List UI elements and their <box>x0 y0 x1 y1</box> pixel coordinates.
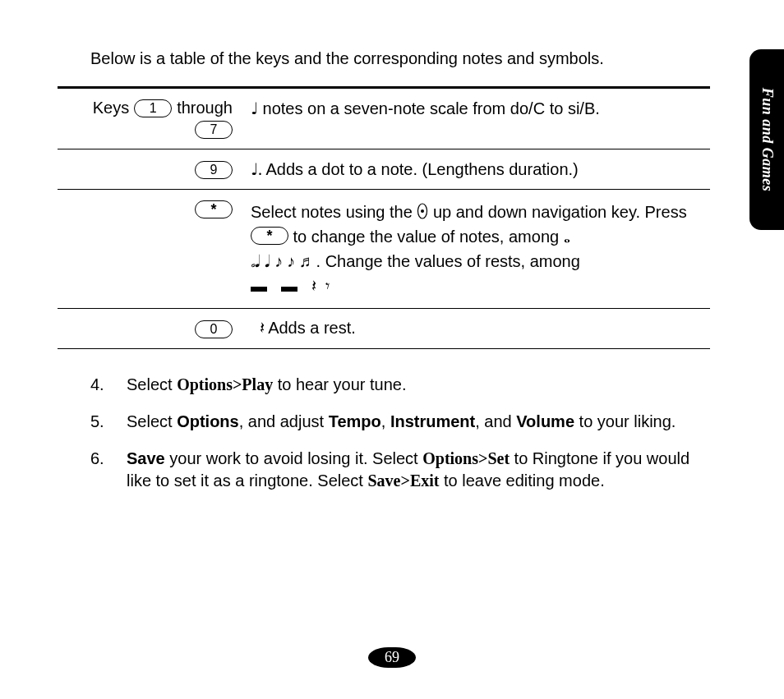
keys-label: Keys <box>93 99 129 117</box>
list-item: 4. Select Options>Play to hear your tune… <box>90 374 710 396</box>
bold-term: Tempo <box>329 412 381 430</box>
step-text: to your liking. <box>574 412 676 430</box>
step-number: 5. <box>90 411 104 433</box>
table-row: 0 𝄽 Adds a rest. <box>58 309 710 349</box>
quarter-note-icon: ♩ <box>251 99 258 117</box>
dotted-note-icon: ♩. <box>251 160 262 178</box>
intro-text: Below is a table of the keys and the cor… <box>90 49 710 68</box>
step-text: your work to avoid losing it. Select <box>165 449 422 467</box>
bold-term: Instrument <box>390 412 475 430</box>
key-icon: * <box>195 200 233 218</box>
bold-term: Options <box>177 412 239 430</box>
steps-list: 4. Select Options>Play to hear your tune… <box>90 374 710 492</box>
table-row: Keys 1 through 7 ♩ notes on a seven-note… <box>58 88 710 149</box>
nav-key-icon <box>417 203 428 219</box>
desc-text: Adds a dot to a note. (Lengthens duratio… <box>262 160 579 178</box>
bold-term: Save <box>127 449 165 467</box>
key-icon: 0 <box>195 320 233 338</box>
step-text: , and <box>475 412 516 430</box>
key-cell: 9 <box>58 149 244 190</box>
table-row: 9 ♩. Adds a dot to a note. (Lengthens du… <box>58 149 710 190</box>
menu-path: Options>Set <box>422 449 510 467</box>
key-cell: Keys 1 through 7 <box>58 88 244 149</box>
step-number: 6. <box>90 448 104 470</box>
key-icon: 7 <box>195 121 233 139</box>
note-values-icon: 𝅗 ♩ ♩ ♪ ♪ ♬ <box>251 252 311 270</box>
desc-cell: Select notes using the up and down navig… <box>244 190 710 309</box>
keys-table: Keys 1 through 7 ♩ notes on a seven-note… <box>58 86 710 349</box>
page-number: 69 <box>368 647 416 668</box>
step-number: 4. <box>90 374 104 396</box>
rest-values-icon: ▬ ▬ 𝄽 𝄾 <box>251 277 330 295</box>
svg-point-1 <box>421 209 424 213</box>
step-text: , and adjust <box>239 412 329 430</box>
desc-text: Adds a rest. <box>268 319 356 337</box>
desc-text: . Change the values of rests, among <box>316 252 580 270</box>
key-cell: 0 <box>58 309 244 349</box>
keys-label: through <box>177 99 233 117</box>
manual-page: Fun and Games Below is a table of the ke… <box>0 0 784 699</box>
step-text: Select <box>127 412 177 430</box>
list-item: 5. Select Options, and adjust Tempo, Ins… <box>90 411 710 433</box>
step-text: to hear your tune. <box>273 375 406 393</box>
desc-cell: ♩ notes on a seven-note scale from do/C … <box>244 88 710 149</box>
table-row: * Select notes using the up and down nav… <box>58 190 710 309</box>
step-text: , <box>381 412 390 430</box>
key-icon: 9 <box>195 161 233 179</box>
menu-path: Save>Exit <box>368 471 440 490</box>
list-item: 6. Save your work to avoid losing it. Se… <box>90 448 710 492</box>
key-icon: 1 <box>134 99 172 117</box>
menu-path: Options>Play <box>177 375 273 393</box>
section-tab-label: Fun and Games <box>759 88 776 192</box>
section-tab: Fun and Games <box>749 49 784 230</box>
desc-text: to change the value of notes, among <box>293 228 564 246</box>
desc-text: Select notes using the <box>251 203 417 221</box>
key-icon: * <box>251 227 288 245</box>
desc-text: notes on a seven-note scale from do/C to… <box>258 99 600 117</box>
step-text: Select <box>127 375 177 393</box>
desc-cell: 𝄽 Adds a rest. <box>244 309 710 349</box>
key-cell: * <box>58 190 244 309</box>
step-text: to leave editing mode. <box>439 471 604 490</box>
desc-text: up and down navigation key. Press <box>433 203 687 221</box>
desc-cell: ♩. Adds a dot to a note. (Lengthens dura… <box>244 149 710 190</box>
bold-term: Volume <box>516 412 574 430</box>
